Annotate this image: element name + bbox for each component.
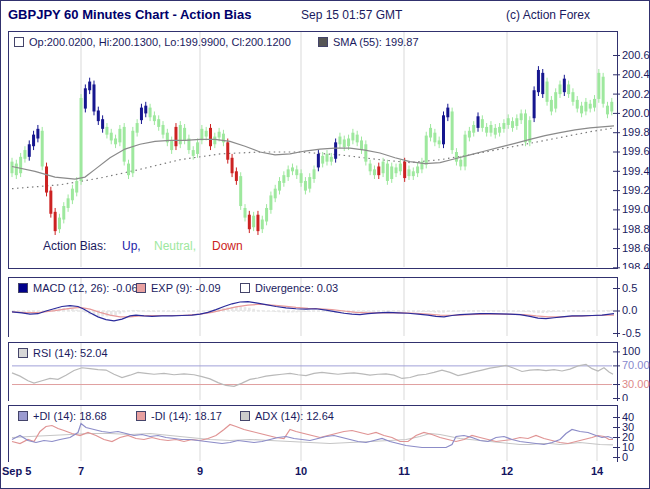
adx-legend-label: ADX (14): 12.64 xyxy=(255,410,334,422)
rsi-line xyxy=(12,364,613,386)
plus-di-legend-label: +DI (14): 18.68 xyxy=(33,410,107,422)
y-axis-labels: 200.6200.4200.2200.0199.8199.6199.4199.2… xyxy=(613,49,650,269)
exp-swatch-icon xyxy=(136,283,146,293)
svg-text:199.8: 199.8 xyxy=(622,126,650,138)
svg-text:0: 0 xyxy=(622,392,628,401)
exp-legend-label: EXP (9): -0.09 xyxy=(151,282,221,294)
adx-swatch-icon xyxy=(240,411,250,421)
adx-legend: ADX (14): 12.64 xyxy=(240,410,334,422)
grid-lines xyxy=(81,32,597,267)
svg-text:198.6: 198.6 xyxy=(622,242,650,254)
page-title: GBPJPY 60 Minutes Chart - Action Bias xyxy=(8,7,251,22)
svg-text:200.6: 200.6 xyxy=(622,49,650,61)
y-axis-labels: 403020100 xyxy=(613,411,634,462)
header-timestamp: Sep 15 01:57 GMT xyxy=(301,8,402,22)
svg-text:200.2: 200.2 xyxy=(622,88,650,100)
ohlc-swatch-icon xyxy=(14,37,24,47)
sma-swatch-icon xyxy=(318,37,328,47)
x-axis-label: 10 xyxy=(295,465,307,477)
svg-text:198.8: 198.8 xyxy=(622,223,650,235)
svg-text:30.00: 30.00 xyxy=(622,378,650,390)
x-axis-label: 7 xyxy=(78,465,84,477)
y-axis-labels: 10070.0030.000 xyxy=(613,345,650,401)
x-axis-label: 14 xyxy=(591,465,603,477)
dotted-ma-line xyxy=(12,128,614,189)
divergence-legend-label: Divergence: 0.03 xyxy=(255,282,338,294)
sma-legend: SMA (55): 199.87 xyxy=(318,36,419,48)
svg-text:199.2: 199.2 xyxy=(622,184,650,196)
x-axis-label: 12 xyxy=(501,465,513,477)
minus-di-swatch-icon xyxy=(136,411,146,421)
rsi-legend-label: RSI (14): 52.04 xyxy=(33,347,108,359)
svg-text:0.5: 0.5 xyxy=(622,282,637,294)
ohlc-legend-label: Op:200.0200, Hi:200.1300, Lo:199.9900, C… xyxy=(29,36,291,48)
svg-text:198.4: 198.4 xyxy=(622,261,650,269)
x-axis-label: 9 xyxy=(197,465,203,477)
svg-text:199.4: 199.4 xyxy=(622,165,650,177)
svg-text:199.0: 199.0 xyxy=(622,203,650,215)
action-bias-neutral-label: Neutral, xyxy=(154,239,196,253)
svg-text:100: 100 xyxy=(622,345,640,357)
action-bias-down-label: Down xyxy=(212,239,243,253)
grid-lines xyxy=(81,343,597,400)
rsi-swatch-icon xyxy=(18,348,28,358)
action-bias-label: Action Bias: xyxy=(43,239,106,253)
svg-text:70.00: 70.00 xyxy=(622,359,650,371)
exp-legend: EXP (9): -0.09 xyxy=(136,282,221,294)
divergence-swatch-icon xyxy=(240,283,250,293)
chart-page: { "header": { "title": "GBPJPY 60 Minute… xyxy=(0,0,650,489)
minus-di-legend-label: -DI (14): 18.17 xyxy=(151,410,222,422)
header-copyright: (c) Action Forex xyxy=(506,8,590,22)
svg-text:200.0: 200.0 xyxy=(622,107,650,119)
svg-text:199.6: 199.6 xyxy=(622,145,650,157)
svg-text:200.4: 200.4 xyxy=(622,68,650,80)
macd-legend: MACD (12, 26): -0.06 xyxy=(18,282,138,294)
x-axis-label: Sep 5 xyxy=(2,465,31,477)
macd-swatch-icon xyxy=(18,283,28,293)
action-bias-up-label: Up, xyxy=(122,239,141,253)
x-axis-label: 11 xyxy=(398,465,410,477)
candlestick-chart: 200.6200.4200.2200.0199.8199.6199.4199.2… xyxy=(0,31,650,269)
ohlc-legend: Op:200.0200, Hi:200.1300, Lo:199.9900, C… xyxy=(14,36,291,48)
minus-di-legend: -DI (14): 18.17 xyxy=(136,410,222,422)
svg-text:0: 0 xyxy=(622,451,628,462)
plus-di-swatch-icon xyxy=(18,411,28,421)
divergence-legend: Divergence: 0.03 xyxy=(240,282,338,294)
sma-legend-label: SMA (55): 199.87 xyxy=(333,36,419,48)
plus-di-legend: +DI (14): 18.68 xyxy=(18,410,107,422)
svg-text:-0.5: -0.5 xyxy=(622,327,641,337)
rsi-legend: RSI (14): 52.04 xyxy=(18,347,108,359)
svg-text:0.0: 0.0 xyxy=(622,304,637,316)
macd-legend-label: MACD (12, 26): -0.06 xyxy=(33,282,138,294)
